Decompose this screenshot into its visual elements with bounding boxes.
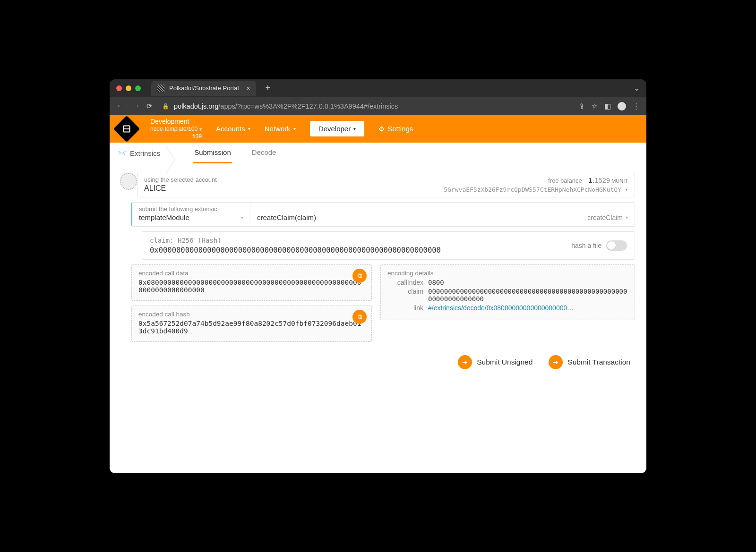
submit-icon: ➜: [458, 355, 472, 369]
menu-label: Settings: [387, 125, 413, 133]
button-label: Submit Unsigned: [477, 358, 533, 366]
chevron-down-icon: ▾: [241, 215, 243, 220]
bookmark-icon[interactable]: ☆: [592, 102, 598, 110]
hash-file-toggle[interactable]: [606, 240, 627, 251]
menu-accounts[interactable]: Accounts ▾: [216, 125, 250, 133]
menu-network[interactable]: Network ▾: [265, 125, 296, 133]
copy-call-hash-button[interactable]: ⧉: [352, 310, 367, 324]
encoding-details-panel: encoding details callIndex 0800 claim 00…: [380, 264, 635, 320]
account-address: 5GrwvaEF5zXb26Fz9rcQpDWS57CtERHpNehXCPcN…: [444, 186, 621, 193]
share-icon[interactable]: ⇪: [579, 102, 585, 110]
account-field-label: using the selected account: [144, 176, 439, 183]
maximize-window-button[interactable]: [135, 85, 141, 91]
sub-navigation: 📨 Extrinsics Submission Decode: [110, 143, 646, 164]
copy-call-data-button[interactable]: ⧉: [352, 269, 367, 283]
detail-key: callIndex: [387, 279, 423, 286]
logo-icon[interactable]: [113, 115, 140, 142]
menu-kebab-icon[interactable]: ⋮: [633, 102, 640, 110]
tab-decode[interactable]: Decode: [251, 143, 277, 163]
button-label: Submit Transaction: [567, 358, 630, 366]
close-window-button[interactable]: [116, 85, 122, 91]
balance-value: 1.1529MUNIT: [588, 176, 628, 184]
section-breadcrumb[interactable]: 📨 Extrinsics: [117, 149, 179, 157]
chevron-down-icon: ▾: [353, 126, 356, 131]
lock-icon: 🔒: [162, 103, 169, 110]
minimize-window-button[interactable]: [126, 85, 131, 91]
extrinsic-selector: submit the following extrinsic templateM…: [131, 202, 635, 227]
url-path: /apps/?rpc=ws%3A%2F%2F127.0.0.1%3A9944#/…: [218, 102, 398, 110]
method-dropdown[interactable]: createClaim(claim) createClaim ▾: [250, 203, 635, 226]
tab-favicon: [157, 85, 164, 92]
param-claim-panel: claim: H256 (Hash) 0x0000000000000000000…: [142, 231, 635, 260]
detail-value: 0800: [428, 279, 628, 286]
menu-label: Accounts: [216, 125, 245, 133]
chevron-down-icon: ▾: [199, 126, 202, 132]
decode-link[interactable]: #/extrinsics/decode/0x080000000000000000…: [428, 304, 628, 312]
chain-env: Development: [150, 117, 202, 126]
traffic-lights: [116, 85, 141, 91]
param-value-input[interactable]: 0x00000000000000000000000000000000000000…: [150, 246, 562, 255]
url-host: polkadot.js.org: [174, 102, 218, 110]
chevron-down-icon: ▾: [626, 215, 628, 220]
encoded-call-hash-label: encoded call hash: [138, 311, 365, 318]
detail-value: 0000000000000000000000000000000000000000…: [428, 288, 628, 303]
browser-tab[interactable]: Polkadot/Substrate Portal ×: [151, 81, 256, 96]
chevron-down-icon[interactable]: ▾: [625, 187, 628, 192]
chain-spec: node-template/100: [150, 126, 198, 133]
method-short: createClaim: [587, 214, 623, 221]
hash-file-label: hash a file: [571, 242, 601, 249]
profile-avatar-icon[interactable]: [618, 102, 626, 110]
tabs-overflow-icon[interactable]: ⌄: [634, 84, 640, 93]
close-tab-icon[interactable]: ×: [246, 85, 250, 92]
forward-button[interactable]: →: [131, 101, 140, 111]
account-name[interactable]: ALICE: [144, 184, 439, 193]
browser-toolbar: ← → ⟳ 🔒 polkadot.js.org/apps/?rpc=ws%3A%…: [110, 97, 646, 115]
address-bar[interactable]: 🔒 polkadot.js.org/apps/?rpc=ws%3A%2F%2F1…: [159, 102, 572, 110]
inbox-icon: 📨: [117, 149, 126, 157]
balance-label: free balance: [548, 177, 582, 184]
module-dropdown[interactable]: templateModule ▾: [132, 212, 250, 226]
chain-block: #39: [150, 133, 202, 141]
submit-icon: ➜: [549, 355, 563, 369]
encoded-call-hash-panel: ⧉ encoded call hash 0x5a567252d07a74b5d9…: [131, 306, 372, 342]
account-identicon[interactable]: [120, 173, 137, 190]
menu-developer[interactable]: Developer ▾: [310, 121, 364, 136]
encoded-call-hash-value: 0x5a567252d07a74b5d92ae99f80a8202c57d0fb…: [138, 320, 365, 335]
new-tab-button[interactable]: +: [262, 83, 275, 93]
back-button[interactable]: ←: [116, 101, 125, 111]
submit-transaction-button[interactable]: ➜ Submit Transaction: [549, 355, 630, 369]
app-header: Development node-template/100 ▾ #39 Acco…: [110, 115, 646, 143]
extrinsic-section-label: submit the following extrinsic: [132, 203, 250, 212]
chevron-down-icon: ▾: [248, 126, 250, 131]
encoded-call-data-panel: ⧉ encoded call data 0x080000000000000000…: [131, 264, 372, 301]
menu-label: Developer: [318, 125, 351, 133]
encoding-details-label: encoding details: [387, 270, 628, 277]
tab-title: Polkadot/Substrate Portal: [169, 85, 239, 92]
main-content: using the selected account ALICE free ba…: [110, 164, 646, 473]
panel-icon[interactable]: ◧: [604, 102, 611, 110]
menu-settings[interactable]: ⚙ Settings: [378, 125, 413, 133]
chain-selector[interactable]: Development node-template/100 ▾ #39: [150, 117, 202, 140]
module-name: templateModule: [139, 213, 189, 221]
tab-submission[interactable]: Submission: [193, 143, 232, 163]
reload-button[interactable]: ⟳: [146, 102, 153, 110]
chevron-down-icon: ▾: [293, 126, 296, 131]
encoded-call-data-value: 0x08000000000000000000000000000000000000…: [138, 279, 365, 294]
section-title: Extrinsics: [130, 149, 160, 157]
menu-label: Network: [265, 125, 291, 133]
method-name: createClaim(claim): [257, 213, 316, 221]
submit-unsigned-button[interactable]: ➜ Submit Unsigned: [458, 355, 533, 369]
encoded-call-data-label: encoded call data: [138, 270, 365, 277]
detail-key: link: [387, 304, 423, 312]
gear-icon: ⚙: [378, 125, 385, 133]
window-titlebar: Polkadot/Substrate Portal × + ⌄: [110, 79, 646, 97]
detail-key: claim: [387, 288, 423, 303]
param-label: claim: H256 (Hash): [150, 237, 562, 244]
